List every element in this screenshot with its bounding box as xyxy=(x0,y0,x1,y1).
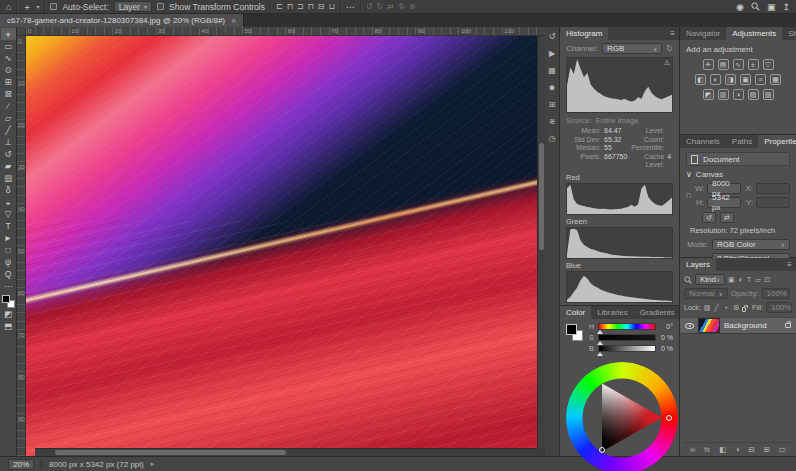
selective-color-icon[interactable]: ▨ xyxy=(763,89,774,100)
tab-navigator[interactable]: Navigator xyxy=(680,27,726,40)
object-selection-tool[interactable]: ⊙ xyxy=(1,64,16,76)
delete-layer-icon[interactable]: ▭ xyxy=(779,445,786,454)
tab-gradients[interactable]: Gradients xyxy=(634,306,681,319)
color-swatches[interactable] xyxy=(566,324,583,341)
align-top-icon[interactable]: ⊓ xyxy=(308,2,314,11)
move-tool[interactable]: ＋ xyxy=(1,28,16,40)
new-group-icon[interactable]: ⊟ xyxy=(748,445,754,454)
gradient-map-icon[interactable]: ▧ xyxy=(748,89,759,100)
layer-row-background[interactable]: Background xyxy=(680,317,796,334)
zoom-level-field[interactable]: 20% xyxy=(8,459,34,470)
filter-pixel-layers-icon[interactable]: ▣ xyxy=(728,276,735,284)
quick-mask-button[interactable]: ◩ xyxy=(1,308,16,320)
history-panel-icon[interactable]: ↺ xyxy=(546,31,559,43)
align-middle-icon[interactable]: ⊟ xyxy=(318,2,325,11)
rectangle-tool[interactable]: □ xyxy=(1,244,16,256)
filter-shape-layers-icon[interactable]: ▱ xyxy=(755,276,760,284)
tab-styles[interactable]: Styles xyxy=(782,27,796,40)
color-wheel[interactable] xyxy=(566,362,678,471)
marquee-tool[interactable]: ▭ xyxy=(1,40,16,52)
lasso-tool[interactable]: ∿ xyxy=(1,52,16,64)
show-transform-checkbox[interactable] xyxy=(157,3,164,10)
layer-effects-icon[interactable]: fx xyxy=(704,445,710,454)
tab-layers[interactable]: Layers xyxy=(680,258,716,271)
panel-menu-icon[interactable]: ≡ xyxy=(670,27,679,40)
fill-field[interactable]: 100% xyxy=(766,302,792,313)
blur-tool[interactable]: δ xyxy=(1,184,16,196)
filter-smart-objects-icon[interactable]: ⊡ xyxy=(765,276,771,284)
share-icon[interactable]: ↥ xyxy=(782,1,790,13)
screen-mode-button[interactable]: ⬒ xyxy=(1,320,16,332)
horizontal-scrollbar-thumb[interactable] xyxy=(55,450,286,455)
lock-image-icon[interactable]: ╱ xyxy=(714,304,718,312)
clone-stamp-tool[interactable]: ⊥ xyxy=(1,136,16,148)
align-bottom-icon[interactable]: ⊔ xyxy=(329,2,335,11)
pen-tool[interactable]: ▽ xyxy=(1,208,16,220)
lock-position-icon[interactable]: ＋ xyxy=(723,303,730,313)
eraser-tool[interactable]: ▰ xyxy=(1,160,16,172)
edit-toolbar-button[interactable]: ⋯ xyxy=(1,280,16,292)
align-center-horizontal-icon[interactable]: ⊓ xyxy=(287,2,293,11)
canvas-image[interactable] xyxy=(26,36,545,456)
filter-type-layers-icon[interactable]: T xyxy=(747,276,751,283)
sat-slider[interactable] xyxy=(598,334,656,341)
posterize-icon[interactable]: ▥ xyxy=(718,89,729,100)
chevron-down-icon[interactable]: ▾ xyxy=(36,3,39,10)
color-balance-icon[interactable]: ◐ xyxy=(710,74,721,85)
vertical-scrollbar-thumb[interactable] xyxy=(539,143,544,250)
tab-adjustments[interactable]: Adjustments xyxy=(726,27,782,40)
section-chevron-icon[interactable]: ∨ xyxy=(686,170,692,179)
invert-icon[interactable]: ◩ xyxy=(703,89,714,100)
tab-histogram[interactable]: Histogram xyxy=(560,27,608,40)
hue-saturation-icon[interactable]: ◧ xyxy=(695,74,706,85)
lock-artboard-icon[interactable]: ⊞ xyxy=(734,304,740,312)
move-tool-icon[interactable]: ＋ xyxy=(22,1,31,13)
comments-panel-icon[interactable]: ⊞ xyxy=(546,99,559,111)
visibility-eye-icon[interactable] xyxy=(685,323,694,329)
exposure-icon[interactable]: ± xyxy=(748,59,759,70)
levels-icon[interactable]: ▤ xyxy=(718,59,729,70)
uncached-refresh-icon[interactable]: ↻ xyxy=(666,44,673,53)
tab-libraries[interactable]: Libraries xyxy=(591,306,634,319)
warning-icon[interactable]: ⚠ xyxy=(664,59,670,67)
horizontal-ruler[interactable]: 0102030405060708090100110 xyxy=(26,27,545,36)
actions-panel-icon[interactable]: ▶ xyxy=(546,48,559,60)
vibrance-icon[interactable]: ▽ xyxy=(763,59,774,70)
gradient-tool[interactable]: ▥ xyxy=(1,172,16,184)
mode-dropdown[interactable]: RGB Color ∨ xyxy=(712,239,790,250)
black-white-icon[interactable]: ◨ xyxy=(725,74,736,85)
auto-select-dropdown[interactable]: Layer ▾ xyxy=(114,1,152,12)
layer-list-empty[interactable] xyxy=(684,334,792,442)
toolbar-color-swatches[interactable] xyxy=(2,295,15,308)
background-lock-icon[interactable] xyxy=(785,323,791,328)
brightness-contrast-icon[interactable]: ☀ xyxy=(703,59,714,70)
threshold-icon[interactable]: ◑ xyxy=(733,89,744,100)
align-right-icon[interactable]: ⊐ xyxy=(297,2,304,11)
type-tool[interactable]: T xyxy=(1,220,16,232)
slider-handle[interactable] xyxy=(597,352,603,356)
tab-paths[interactable]: Paths xyxy=(726,135,758,148)
document-header[interactable]: Document xyxy=(686,152,790,166)
panel-menu-icon[interactable]: ≡ xyxy=(787,258,796,271)
layer-thumbnail[interactable] xyxy=(698,318,720,333)
info-panel-icon[interactable]: ▦ xyxy=(546,65,559,77)
ruler-origin[interactable] xyxy=(17,27,26,36)
lock-all-icon[interactable] xyxy=(742,307,746,312)
lock-transparency-icon[interactable]: ▨ xyxy=(704,304,711,312)
horizontal-scrollbar[interactable] xyxy=(35,448,537,456)
dodge-tool[interactable]: ◒ xyxy=(1,196,16,208)
home-icon[interactable]: ⌂ xyxy=(6,1,11,13)
libraries-panel-icon[interactable]: ☻ xyxy=(546,82,559,94)
blend-mode-dropdown[interactable]: Normal ∨ xyxy=(684,288,728,299)
crop-tool[interactable]: ⊞ xyxy=(1,76,16,88)
source-value[interactable]: Entire Image xyxy=(596,116,639,125)
workspace-switcher-icon[interactable]: ▣ xyxy=(767,1,776,13)
bright-slider[interactable] xyxy=(598,345,656,352)
tab-channels[interactable]: Channels xyxy=(680,135,726,148)
rotate-canvas-button[interactable]: ↺ xyxy=(702,212,716,223)
foreground-color-swatch[interactable] xyxy=(566,324,577,335)
character-panel-icon[interactable]: ≋ xyxy=(546,116,559,128)
spot-healing-tool[interactable]: ▱ xyxy=(1,112,16,124)
document-tab[interactable]: c67-78-gamer-and-creator-1280307384.jpg … xyxy=(0,14,244,27)
account-icon[interactable]: ◉ xyxy=(736,1,744,13)
